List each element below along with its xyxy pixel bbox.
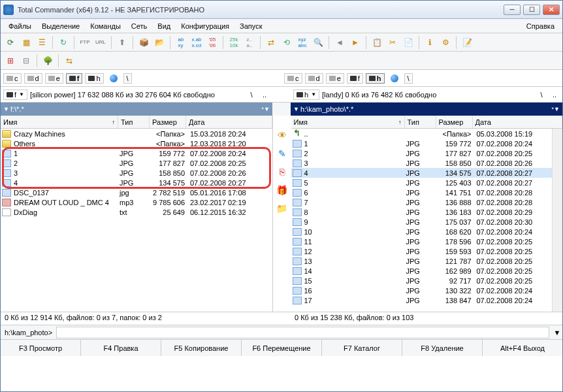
url-icon[interactable]: URL [93, 35, 108, 50]
col-date-left[interactable]: Дата [186, 116, 272, 128]
titlebar[interactable]: Total Commander (x64) 9.12 - НЕ ЗАРЕГИСТ… [1, 1, 562, 19]
col-ext-right[interactable]: Тип [405, 116, 436, 128]
file-row[interactable]: 15JPG92 71707.02.2008 20:25 [291, 276, 553, 286]
drive-h-right[interactable]: h [366, 73, 385, 84]
file-row[interactable]: 7JPG136 88807.02.2008 20:28 [291, 197, 553, 207]
paste-icon[interactable]: 📄 [401, 35, 415, 50]
file-row[interactable]: 14JPG162 98907.02.2008 20:25 [291, 266, 553, 276]
file-row[interactable]: Others<Папка>12.03.2018 21:20 [1, 139, 272, 148]
fkey-f6[interactable]: F6 Перемещение [242, 340, 322, 356]
col-size-left[interactable]: Размер [150, 116, 186, 128]
file-row[interactable]: 3JPG158 85007.02.2008 20:26 [1, 168, 272, 178]
drive-c-right[interactable]: c [284, 73, 302, 84]
drive-e-left[interactable]: e [45, 73, 63, 84]
fkey-altf4[interactable]: Alt+F4 Выход [483, 340, 562, 356]
drive-select-left[interactable]: f▼ [3, 90, 27, 100]
sort-ext-icon[interactable]: x.abx.cd [189, 35, 204, 50]
drive-root-right[interactable]: \ [404, 73, 413, 84]
mid-view-icon[interactable]: 👁 [276, 129, 289, 142]
drive-f-left[interactable]: f [66, 73, 83, 84]
sort-unsorted-icon[interactable]: z..a.. [242, 35, 257, 50]
fkey-f4[interactable]: F4 Правка [81, 340, 161, 356]
closetab-icon[interactable]: ⊟ [19, 54, 33, 68]
drive-d-left[interactable]: d [24, 73, 42, 84]
nav-root-left[interactable]: \ [246, 90, 257, 100]
goto-icon[interactable]: ⬆ [115, 35, 129, 50]
mid-edit-icon[interactable]: ✎ [276, 147, 289, 160]
path-right[interactable]: ▼h:\kam_photo\*.**▼ [291, 103, 562, 116]
file-row[interactable]: 9JPG175 03707.02.2008 20:30 [291, 217, 553, 227]
menu-start[interactable]: Запуск [234, 21, 267, 31]
file-row[interactable]: 13JPG121 78707.02.2008 20:25 [291, 256, 553, 266]
mid-pack-icon[interactable]: 🎁 [276, 184, 289, 197]
network-right-icon[interactable] [387, 71, 402, 86]
nav-up-left[interactable]: .. [259, 90, 270, 100]
options-icon[interactable]: ⚙ [438, 35, 453, 50]
command-history-dropdown[interactable]: ▼ [552, 329, 562, 336]
multirename-icon[interactable]: xyzabc [295, 35, 310, 50]
view-brief-icon[interactable]: ▦ [19, 35, 33, 50]
menu-files[interactable]: Файлы [3, 21, 37, 31]
search-icon[interactable]: 🔍 [311, 35, 325, 50]
refresh-icon[interactable]: ⟳ [3, 35, 18, 50]
view-full-icon[interactable]: ☰ [35, 35, 49, 50]
menu-net[interactable]: Сеть [126, 21, 152, 31]
pack-icon[interactable]: 📦 [137, 35, 151, 50]
file-row[interactable]: 8JPG136 18307.02.2008 20:29 [291, 207, 553, 217]
file-row[interactable]: DxDiagtxt25 64906.12.2015 16:32 [1, 207, 272, 217]
file-row[interactable]: 5JPG125 40307.02.2008 20:27 [291, 178, 553, 188]
notepad-icon[interactable]: 📝 [460, 35, 474, 50]
file-row[interactable]: DSC_0137jpg2 782 51905.01.2016 17:08 [1, 188, 272, 197]
col-date-right[interactable]: Дата [473, 116, 563, 128]
mid-sync-icon[interactable]: 📁 [276, 202, 289, 215]
file-list-left[interactable]: Crazy Machines<Папка>15.03.2018 20:24Oth… [1, 129, 272, 312]
sort-date-icon[interactable]: '05'06 [205, 35, 219, 50]
command-input[interactable] [56, 327, 549, 338]
reload-icon[interactable]: ↻ [56, 35, 71, 50]
menu-view[interactable]: Вид [152, 21, 176, 31]
file-row[interactable]: Crazy Machines<Папка>15.03.2018 20:24 [1, 129, 272, 139]
file-row[interactable]: ↰..<Папка>05.03.2008 15:19 [291, 129, 553, 139]
unpack-icon[interactable]: 📂 [152, 35, 167, 50]
sync-icon[interactable]: ⟲ [280, 35, 294, 50]
col-name-left[interactable]: Имя↑ [1, 116, 118, 128]
col-ext-left[interactable]: Тип [118, 116, 150, 128]
nav-up-right[interactable]: .. [549, 90, 560, 100]
drive-d-right[interactable]: d [305, 73, 323, 84]
nav-root-right[interactable]: \ [536, 90, 547, 100]
path-left[interactable]: ▼f:\*.**▼ [1, 103, 272, 116]
fkey-f5[interactable]: F5 Копирование [161, 340, 242, 356]
sort-size-icon[interactable]: 25k10k [227, 35, 241, 50]
menu-config[interactable]: Конфигурация [176, 21, 234, 31]
fkey-f8[interactable]: F8 Удаление [402, 340, 483, 356]
forward-icon[interactable]: ► [348, 35, 362, 50]
compare-icon[interactable]: ⇄ [264, 35, 278, 50]
cut-icon[interactable]: ✂ [385, 35, 400, 50]
col-size-right[interactable]: Размер [436, 116, 473, 128]
scrollbar-right[interactable] [552, 129, 562, 312]
menu-help[interactable]: Справка [521, 21, 560, 31]
file-row[interactable]: 2JPG177 82707.02.2008 20:25 [1, 158, 272, 168]
file-row[interactable]: 2JPG177 82707.02.2008 20:25 [291, 148, 553, 158]
file-row[interactable]: 1JPG159 77207.02.2008 20:24 [291, 139, 553, 148]
copy-icon[interactable]: 📋 [370, 35, 384, 50]
file-row[interactable]: 3JPG158 85007.02.2008 20:26 [291, 158, 553, 168]
sort-name-icon[interactable]: abxy [174, 35, 188, 50]
drive-f-right[interactable]: f [347, 73, 363, 84]
file-row[interactable]: 10JPG168 62007.02.2008 20:24 [291, 227, 553, 237]
file-row[interactable]: 4JPG134 57507.02.2008 20:27 [291, 168, 553, 178]
drive-c-left[interactable]: c [3, 73, 22, 84]
file-row[interactable]: 12JPG159 59307.02.2008 20:25 [291, 246, 553, 256]
drive-root-left[interactable]: \ [123, 73, 132, 84]
back-icon[interactable]: ◄ [332, 35, 347, 50]
minimize-button[interactable]: ─ [504, 5, 521, 15]
drive-h-left[interactable]: h [85, 73, 103, 84]
mid-copy-icon[interactable]: ⎘ [276, 165, 289, 178]
col-name-right[interactable]: Имя↑ [291, 116, 405, 128]
file-row[interactable]: DREAM OUT LOUD _ DMC 4mp39 785 60623.02.… [1, 197, 272, 207]
properties-icon[interactable]: ℹ [423, 35, 437, 50]
file-row[interactable]: 4JPG134 57507.02.2008 20:27 [1, 178, 272, 188]
menu-commands[interactable]: Команды [85, 21, 126, 31]
newtab-icon[interactable]: ⊞ [3, 54, 18, 68]
file-row[interactable]: 17JPG138 84707.02.2008 20:24 [291, 295, 553, 305]
